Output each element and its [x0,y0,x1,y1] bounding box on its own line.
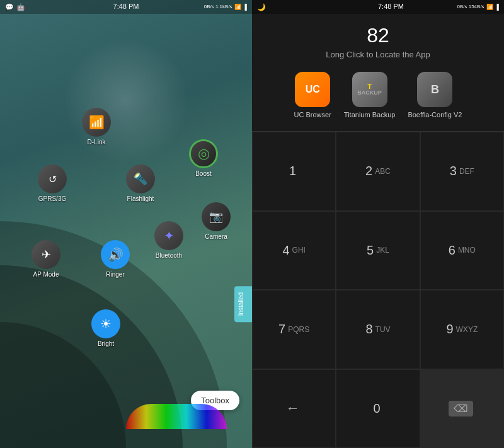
key-1[interactable]: 1 [252,132,336,211]
flashlight-label: Flashlight [127,195,154,202]
uc-icon-text: UC [306,84,320,95]
wifi-icon: 📶 [89,115,105,130]
camera-icon: 📷 [209,210,223,224]
key-9-letters: WXYZ [456,325,478,334]
flashlight-circle: 🔦 [126,164,155,193]
boeffla-label: Boeffla-Config V2 [408,111,462,118]
key-6[interactable]: 6 MNO [420,211,504,290]
bright-circle: ☀ [91,309,120,338]
key-8-number: 8 [365,322,372,336]
key-4-number: 4 [282,243,289,258]
status-bar-left: 💬 🤖 7:48 PM 0B/s 1.1kB/s 📶 ▐ [0,0,252,14]
gprs-circle: ↺ [38,164,67,193]
key-7-letters: PQRS [288,325,309,334]
app-instruction: Long Click to Locate the App [252,50,504,59]
menu-item-apmode[interactable]: ✈ AP Mode [32,240,60,278]
menu-item-bright[interactable]: ☀ Bright [91,309,120,347]
menu-item-ringer[interactable]: 🔊 Ringer [101,240,130,278]
gprs-label: GPRS/3G [38,195,66,202]
key-5-letters: JKL [376,246,389,255]
moon-icon: 🌙 [257,3,266,11]
network-speed-right: 0B/s 154B/s [457,4,484,10]
key-3-number: 3 [450,164,457,178]
ringer-circle: 🔊 [101,240,130,269]
wifi-icon-status: 📶 [234,4,241,10]
ringer-label: Ringer [106,271,124,278]
bluetooth-label: Bluetooth [156,252,182,259]
boost-label: Boost [195,170,212,177]
left-time: 7:48 PM [113,3,139,10]
bluetooth-icon: ✦ [164,228,175,243]
app-number: 82 [252,24,504,47]
right-panel: 🌙 7:48 PM 0B/s 154B/s 📶 ▐ 82 Long Click … [252,0,504,448]
key-3-letters: DEF [459,167,474,176]
android-icon: 🤖 [16,3,25,11]
key-0[interactable]: 0 [336,369,420,449]
apmode-label: AP Mode [33,271,59,278]
titanium-icon: T BACKUP [352,72,387,107]
numpad: 1 2 ABC 3 DEF 4 GHI 5 JKL 6 MNO 7 PQRS [252,132,504,448]
key-delete[interactable]: ⌫ [420,369,504,449]
key-2-letters: ABC [375,167,391,176]
left-status-icons: 💬 🤖 [5,3,25,11]
menu-item-dlink[interactable]: 📶 D-Link [82,108,111,146]
installed-tab[interactable]: Installed [234,286,252,322]
right-status-right: 0B/s 154B/s 📶 ▐ [457,4,499,10]
gprs-icon: ↺ [49,173,57,185]
apmode-icon: ✈ [42,248,51,261]
camera-circle: 📷 [202,202,231,231]
left-panel: 💬 🤖 7:48 PM 0B/s 1.1kB/s 📶 ▐ Installed 📶… [0,0,252,448]
titanium-label: Titanium Backup [344,111,396,118]
menu-item-boost[interactable]: ◎ Boost [189,139,218,177]
key-0-number: 0 [373,401,380,416]
bright-icon: ☀ [100,316,112,331]
key-back-icon: ← [286,400,300,416]
app-icons-row: UC UC Browser T BACKUP Titanium Backup B… [252,72,504,131]
boeffla-icon: B [417,72,452,107]
key-4[interactable]: 4 GHI [252,211,336,290]
menu-item-bluetooth[interactable]: ✦ Bluetooth [154,221,183,259]
rainbow-arc [126,404,227,429]
dlink-label: D-Link [88,139,106,146]
app-uc-browser[interactable]: UC UC Browser [294,72,331,118]
key-5-number: 5 [367,243,374,258]
titanium-text: T BACKUP [357,83,382,96]
key-1-number: 1 [289,164,296,178]
boost-icon: ◎ [198,146,210,162]
dlink-circle: 📶 [82,108,111,137]
bluetooth-circle: ✦ [154,221,183,250]
key-9-number: 9 [446,322,453,336]
right-time: 7:48 PM [378,3,404,10]
signal-icon-left: ▐ [243,4,247,10]
status-bar-right: 🌙 7:48 PM 0B/s 154B/s 📶 ▐ [252,0,504,14]
wifi-icon-right: 📶 [486,4,493,10]
camera-label: Camera [205,233,227,240]
menu-item-flashlight[interactable]: 🔦 Flashlight [126,164,155,202]
left-status-right: 0B/s 1.1kB/s 📶 ▐ [204,4,247,10]
boost-circle: ◎ [189,139,218,168]
flashlight-icon: 🔦 [134,172,147,186]
key-4-letters: GHI [292,246,306,255]
key-6-letters: MNO [458,246,476,255]
key-delete-icon: ⌫ [449,401,473,416]
uc-browser-label: UC Browser [294,111,331,118]
bright-label: Bright [98,340,114,347]
menu-item-camera[interactable]: 📷 Camera [202,202,231,240]
uc-browser-icon: UC [295,72,330,107]
menu-item-gprs[interactable]: ↺ GPRS/3G [38,164,67,202]
key-2[interactable]: 2 ABC [336,132,420,211]
network-speed-left: 0B/s 1.1kB/s [204,4,232,10]
key-5[interactable]: 5 JKL [336,211,420,290]
app-titanium[interactable]: T BACKUP Titanium Backup [344,72,396,118]
key-2-number: 2 [365,164,372,178]
ringer-icon: 🔊 [108,247,123,262]
key-9[interactable]: 9 WXYZ [420,290,504,369]
key-back[interactable]: ← [252,369,336,449]
app-boeffla[interactable]: B Boeffla-Config V2 [408,72,462,118]
key-8[interactable]: 8 TUV [336,290,420,369]
apmode-circle: ✈ [32,240,60,269]
key-3[interactable]: 3 DEF [420,132,504,211]
key-7-number: 7 [278,322,285,336]
key-7[interactable]: 7 PQRS [252,290,336,369]
key-8-letters: TUV [375,325,391,334]
